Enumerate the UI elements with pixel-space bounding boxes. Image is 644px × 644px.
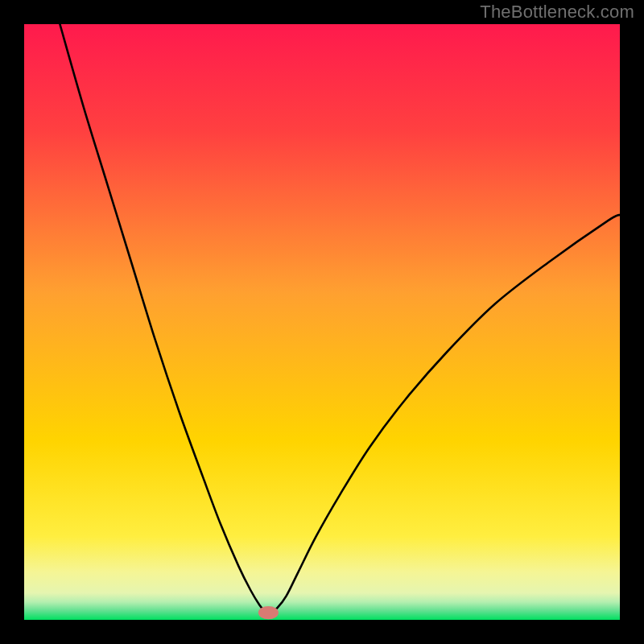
minimum-marker-dot	[258, 606, 279, 619]
bottleneck-chart	[24, 24, 620, 620]
minimum-marker	[258, 606, 279, 619]
watermark-text: TheBottleneck.com	[480, 2, 634, 23]
chart-frame: TheBottleneck.com	[0, 0, 644, 644]
gradient-background	[24, 24, 620, 620]
